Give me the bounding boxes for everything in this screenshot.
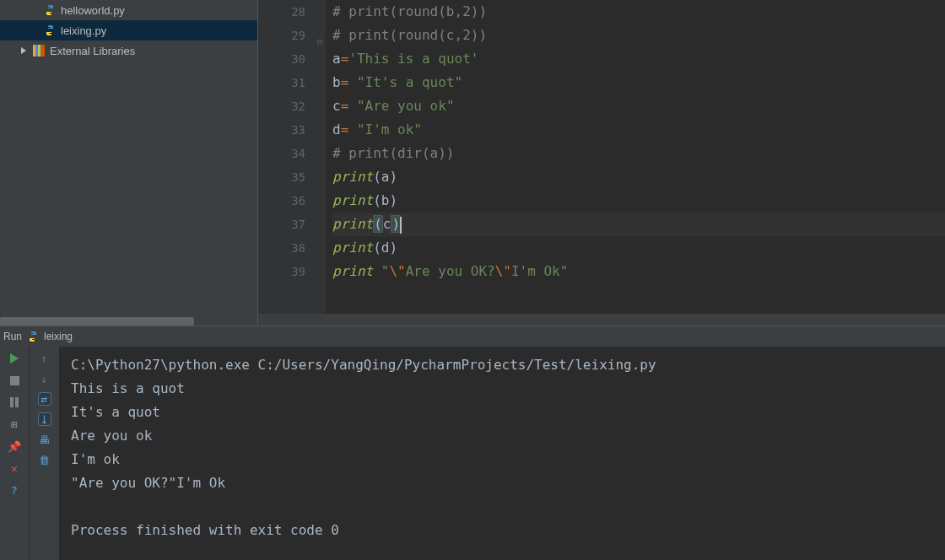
code-line-39[interactable]: print "\"Are you OK?\"I'm Ok" (332, 260, 945, 283)
project-file-leixing-py[interactable]: leixing.py (0, 20, 257, 40)
code-line-29[interactable]: # print(round(c,2)) (332, 24, 945, 47)
text-caret (400, 217, 402, 234)
project-file-label: helloworld.py (61, 4, 125, 17)
line-number: 33 (258, 118, 305, 142)
run-toolbar-primary: ⊞ 📌 ✕ ? (0, 347, 29, 560)
line-number-gutter: 282930313233343536373839⊟ (258, 0, 326, 326)
run-label: Run (3, 331, 22, 342)
line-number: 28 (258, 0, 305, 24)
line-number: 34 (258, 142, 305, 165)
external-libraries-node[interactable]: External Libraries (0, 40, 257, 61)
code-line-37[interactable]: print(c) (332, 213, 945, 236)
line-number: 36 (258, 189, 305, 213)
project-tree[interactable]: helloworld.pyleixing.py External Librari… (0, 0, 257, 326)
line-number: 35 (258, 165, 305, 189)
editor-bottom-strip (258, 314, 945, 326)
code-area[interactable]: # print(round(b,2))# print(round(c,2))a=… (326, 0, 945, 326)
run-config-name: leixing (44, 331, 73, 342)
print-button[interactable]: 🖶 (38, 433, 51, 446)
soft-wrap-button[interactable]: ⇄ (38, 392, 51, 406)
line-number: 29 (258, 24, 305, 47)
line-number: 37 (258, 213, 305, 236)
scroll-to-end-button[interactable]: ⤓ (38, 412, 51, 426)
code-line-28[interactable]: # print(round(b,2)) (332, 0, 945, 24)
code-line-35[interactable]: print(a) (332, 165, 945, 189)
code-line-33[interactable]: d= "I'm ok" (332, 118, 945, 142)
python-file-icon (44, 4, 56, 16)
line-number: 39 (258, 260, 305, 283)
help-button[interactable]: ? (8, 483, 21, 497)
clear-all-button[interactable]: 🗑 (38, 453, 51, 466)
code-line-32[interactable]: c= "Are you ok" (332, 94, 945, 118)
fold-icon[interactable]: ⊟ (317, 30, 322, 54)
code-line-38[interactable]: print(d) (332, 236, 945, 260)
horizontal-scrollbar[interactable] (0, 317, 194, 326)
pin-button[interactable]: 📌 (8, 439, 21, 453)
run-toolbar-secondary: ↑ ↓ ⇄ ⤓ 🖶 🗑 (29, 347, 59, 560)
external-libraries-label: External Libraries (50, 45, 135, 57)
code-line-31[interactable]: b= "It's a quot" (332, 71, 945, 94)
console-output[interactable]: C:\Python27\python.exe C:/Users/YangQing… (59, 347, 945, 560)
down-stack-button[interactable]: ↓ (38, 372, 51, 385)
expand-arrow-icon[interactable] (21, 47, 26, 54)
dump-threads-button[interactable]: ⊞ (8, 417, 21, 431)
python-file-icon (44, 24, 56, 36)
code-line-34[interactable]: # print(dir(a)) (332, 142, 945, 165)
python-icon (27, 331, 39, 342)
pause-button[interactable] (8, 396, 21, 409)
run-header: Run leixing (0, 326, 945, 347)
line-number: 38 (258, 236, 305, 260)
code-line-36[interactable]: print(b) (332, 189, 945, 213)
close-button[interactable]: ✕ (8, 461, 21, 475)
project-file-helloworld-py[interactable]: helloworld.py (0, 0, 257, 20)
code-line-30[interactable]: a='This is a quot' (332, 47, 945, 71)
project-file-label: leixing.py (61, 24, 106, 37)
rerun-button[interactable] (8, 352, 21, 365)
code-editor[interactable]: 282930313233343536373839⊟ # print(round(… (257, 0, 945, 326)
up-stack-button[interactable]: ↑ (38, 352, 51, 365)
line-number: 30 (258, 47, 305, 71)
stop-button[interactable] (8, 374, 21, 387)
run-tool-window: Run leixing ⊞ 📌 ✕ ? ↑ ↓ ⇄ ⤓ 🖶 � (0, 326, 945, 560)
line-number: 32 (258, 94, 305, 118)
library-icon (33, 45, 45, 57)
line-number: 31 (258, 71, 305, 94)
